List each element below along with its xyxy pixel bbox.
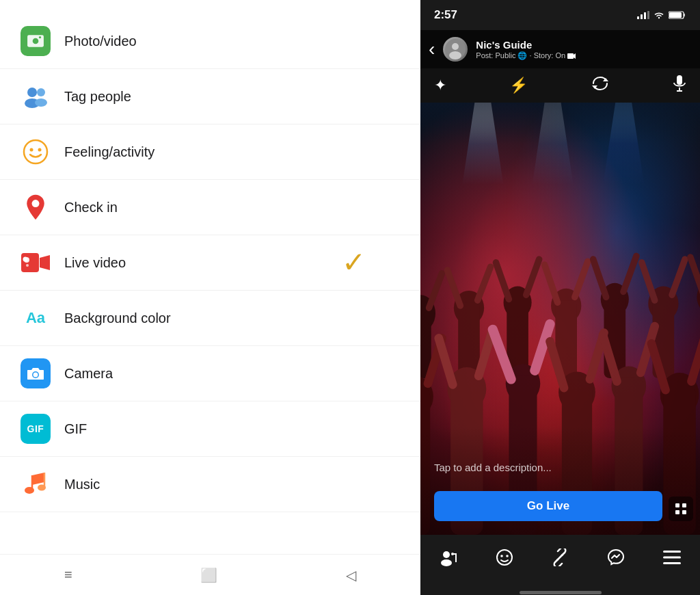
gif-icon: GIF [21, 414, 51, 444]
menu-item-checkin[interactable]: Check in [0, 180, 420, 235]
svg-rect-112 [675, 510, 679, 514]
signal-icon [637, 11, 649, 19]
effects-icon[interactable]: ✦ [434, 77, 446, 94]
grid-icon[interactable] [669, 497, 693, 521]
svg-line-44 [429, 274, 442, 308]
bgcolor-label: Background color [64, 310, 171, 326]
fb-header: ‹ Nic's Guide Post: Public 🌐 · Story: On [420, 30, 700, 68]
camera-label: Camera [64, 366, 113, 382]
concert-area[interactable]: Tap to add a description... Go Live [420, 103, 700, 535]
svg-rect-22 [641, 14, 643, 19]
svg-point-3 [27, 88, 37, 97]
svg-point-14 [23, 257, 28, 262]
svg-rect-123 [663, 562, 681, 564]
description-placeholder: Tap to add a description... [434, 462, 552, 473]
svg-rect-31 [567, 53, 574, 59]
top-gradient [420, 103, 700, 144]
svg-point-13 [26, 264, 29, 267]
menu-item-tag[interactable]: Tag people [0, 69, 420, 124]
nav-face-icon[interactable] [496, 548, 513, 566]
home-icon[interactable]: ⬜ [200, 567, 217, 583]
svg-point-114 [443, 551, 450, 558]
mic-icon[interactable] [673, 75, 686, 96]
header-info: Nic's Guide Post: Public 🌐 · Story: On [476, 39, 692, 60]
svg-rect-111 [682, 503, 686, 507]
profile-sub: Post: Public 🌐 · Story: On [476, 51, 692, 60]
svg-rect-110 [675, 503, 679, 507]
menu-item-bgcolor[interactable]: Aa Background color [0, 291, 420, 346]
profile-avatar [443, 37, 468, 62]
flip-camera-icon[interactable] [591, 75, 610, 96]
hamburger-icon[interactable]: ≡ [64, 567, 72, 583]
nav-link-icon[interactable] [551, 548, 569, 566]
tag-people-label: Tag people [64, 89, 131, 105]
svg-point-9 [38, 148, 42, 152]
svg-point-16 [33, 373, 38, 378]
nav-more-icon[interactable] [663, 551, 681, 564]
live-video-label: Live video [64, 255, 126, 271]
checkin-icon [21, 192, 51, 222]
svg-point-6 [35, 98, 47, 107]
music-icon [21, 469, 51, 499]
svg-rect-21 [637, 16, 639, 19]
svg-point-119 [506, 555, 509, 557]
tag-people-icon [21, 81, 51, 111]
photo-video-label: Photo/video [64, 34, 137, 49]
nav-messenger-icon[interactable] [607, 548, 625, 566]
svg-line-55 [545, 265, 558, 302]
back-button[interactable]: ‹ [429, 38, 435, 60]
menu-item-gif[interactable]: GIF GIF [0, 401, 420, 457]
menu-item-photo[interactable]: Photo/video [0, 14, 420, 69]
wifi-icon [654, 11, 664, 19]
svg-line-48 [478, 267, 491, 300]
svg-rect-113 [682, 510, 686, 514]
svg-line-51 [496, 263, 509, 300]
go-live-button[interactable]: Go Live [434, 491, 662, 521]
android-panel: Photo/video Tag people [0, 0, 420, 595]
svg-line-120 [557, 555, 563, 560]
description-text[interactable]: Tap to add a description... [420, 455, 700, 480]
svg-point-118 [500, 555, 503, 557]
photo-video-icon [21, 26, 51, 56]
home-indicator [520, 591, 602, 594]
svg-line-60 [623, 256, 636, 291]
svg-rect-122 [663, 556, 681, 558]
fb-bottom-nav [420, 535, 700, 590]
camera-icon [21, 358, 51, 388]
back-icon[interactable]: ◁ [346, 567, 356, 583]
menu-list: Photo/video Tag people [0, 0, 420, 554]
menu-item-music[interactable]: Music [0, 457, 420, 512]
status-icons [637, 11, 686, 19]
android-nav-bar: ≡ ⬜ ◁ [0, 554, 420, 595]
music-label: Music [64, 477, 100, 492]
flash-icon[interactable]: ⚡ [509, 77, 528, 94]
nav-tag-icon[interactable] [440, 548, 457, 566]
svg-line-59 [593, 259, 606, 297]
bgcolor-icon: Aa [21, 303, 51, 333]
svg-rect-11 [21, 253, 39, 272]
menu-item-live[interactable]: Live video ✓ [0, 235, 420, 291]
svg-point-29 [452, 43, 459, 50]
svg-point-8 [30, 148, 33, 152]
svg-rect-121 [663, 551, 681, 553]
svg-point-25 [658, 17, 660, 18]
status-bar: 2:57 [420, 0, 700, 30]
menu-item-camera[interactable]: Camera [0, 346, 420, 401]
svg-point-5 [37, 88, 45, 96]
svg-point-2 [39, 36, 41, 38]
svg-point-10 [32, 200, 40, 207]
svg-line-56 [575, 261, 588, 297]
svg-rect-24 [647, 11, 649, 19]
status-time: 2:57 [434, 8, 457, 22]
feeling-icon [21, 137, 51, 167]
svg-rect-27 [669, 12, 682, 18]
svg-line-47 [447, 270, 460, 306]
checkmark-annotation: ✓ [342, 248, 366, 277]
svg-line-83 [439, 338, 453, 384]
svg-point-7 [24, 140, 47, 163]
live-video-icon [21, 248, 51, 278]
svg-line-67 [690, 257, 700, 294]
svg-line-100 [691, 335, 700, 382]
profile-name: Nic's Guide [476, 39, 692, 51]
menu-item-feeling[interactable]: Feeling/activity [0, 124, 420, 180]
